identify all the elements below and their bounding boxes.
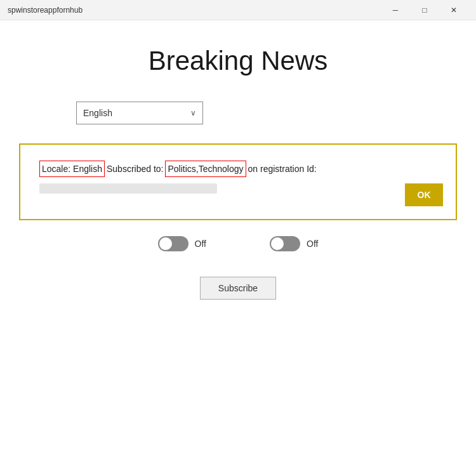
subscribed-label: Subscribed to: xyxy=(107,162,164,176)
toggle-label-1: Off xyxy=(195,239,206,249)
subscribe-button[interactable]: Subscribe xyxy=(200,277,276,300)
dialog-content: Locale: English Subscribed to: Politics,… xyxy=(39,161,437,194)
locale-value: English xyxy=(73,164,102,174)
dialog-text-line: Locale: English Subscribed to: Politics,… xyxy=(39,161,437,177)
registration-label: on registration Id: xyxy=(248,162,317,176)
page-title: Breaking News xyxy=(149,46,327,76)
toggle-knob-1 xyxy=(159,237,172,250)
toggle-knob-2 xyxy=(271,237,284,250)
language-dropdown-container: English ∨ xyxy=(76,102,203,124)
toggle-switch-1[interactable] xyxy=(158,236,188,251)
chevron-down-icon: ∨ xyxy=(190,109,196,117)
app-title: spwinstoreappfornhub xyxy=(8,6,83,15)
main-content: Breaking News English ∨ Locale: English … xyxy=(0,20,476,450)
maximize-button[interactable]: □ xyxy=(410,0,439,20)
toggles-row: Off Off xyxy=(158,236,319,251)
locale-label: Locale: xyxy=(42,164,70,174)
toggle-item-1: Off xyxy=(158,236,206,251)
dialog-box: Locale: English Subscribed to: Politics,… xyxy=(19,143,457,220)
subscribed-value: Politics,Technology xyxy=(165,161,246,177)
ok-button[interactable]: OK xyxy=(405,183,443,206)
toggle-switch-2[interactable] xyxy=(270,236,300,251)
toggle-label-2: Off xyxy=(307,239,318,249)
title-bar: spwinstoreappfornhub ─ □ ✕ xyxy=(0,0,476,20)
locale-label-value: Locale: English xyxy=(39,161,105,177)
language-dropdown[interactable]: English ∨ xyxy=(76,102,203,124)
toggle-item-2: Off xyxy=(270,236,318,251)
close-button[interactable]: ✕ xyxy=(439,0,468,20)
dropdown-value: English xyxy=(83,108,112,118)
window-controls: ─ □ ✕ xyxy=(381,0,468,20)
minimize-button[interactable]: ─ xyxy=(381,0,410,20)
blurred-registration-id xyxy=(39,183,217,194)
